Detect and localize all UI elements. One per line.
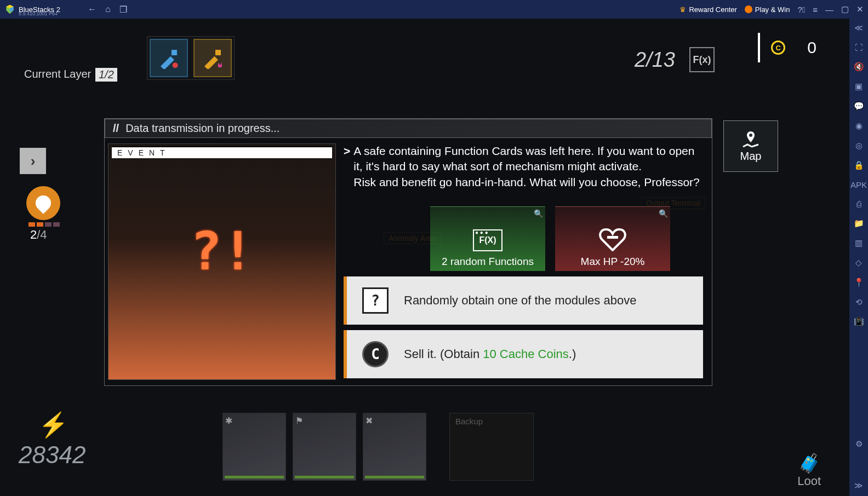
svg-rect-3 xyxy=(607,236,618,239)
reward-center-button[interactable]: ♛ Reward Center xyxy=(679,5,736,14)
zoom-icon[interactable]: 🔍 xyxy=(659,209,668,218)
choice-sell-label: Sell it. (Obtain 10 Cache Coins.) xyxy=(404,347,576,361)
tool-icons xyxy=(147,36,235,80)
collapse-icon[interactable]: ≪ xyxy=(854,23,863,33)
resource-pips xyxy=(28,222,60,227)
help-button[interactable]: ?⃝ xyxy=(797,5,805,14)
outcomes: 🔍 ● ● ● F(X) 2 random Functions 🔍 xyxy=(430,206,703,271)
loot-label: Loot xyxy=(797,474,821,488)
macro-icon[interactable]: ▥ xyxy=(855,238,863,248)
choice-random[interactable]: ? Randomly obtain one of the modules abo… xyxy=(344,276,703,325)
event-dialog: // Data transmission in progress... EVEN… xyxy=(104,118,712,386)
event-glyph: ?! xyxy=(190,221,254,282)
game-viewport: Current Layer 1/2 2/13 F(x) C 0 Anomaly … xyxy=(0,19,849,496)
play-win-label: Play & Win xyxy=(755,5,790,14)
dialog-header: // Data transmission in progress... xyxy=(105,119,712,138)
multi-icon[interactable]: ◇ xyxy=(855,258,862,268)
function-card-icon: ● ● ● F(X) xyxy=(473,229,502,251)
party: ✱ ⚑ ✖ xyxy=(222,413,426,481)
svg-point-1 xyxy=(173,62,178,68)
home-button[interactable]: ⌂ xyxy=(105,4,111,15)
dialog-header-text: Data transmission in progress... xyxy=(125,122,279,135)
location-icon[interactable]: 📍 xyxy=(854,278,864,287)
power-icon: ⚡ xyxy=(38,411,68,439)
briefcase-icon: 🧳 xyxy=(797,452,821,474)
event-image: EVENT ?! xyxy=(108,143,336,380)
tool-icon-2[interactable] xyxy=(193,39,232,77)
current-layer-label: Current Layer xyxy=(24,68,91,80)
outcome-good[interactable]: 🔍 ● ● ● F(X) 2 random Functions xyxy=(430,206,545,271)
unit-slot-3[interactable]: ✖ xyxy=(363,413,426,481)
unit-slot-1[interactable]: ✱ xyxy=(222,413,286,481)
ban-icon: ✖ xyxy=(366,416,373,426)
settings-icon[interactable]: ⚙ xyxy=(855,439,863,449)
tool-icon-1[interactable] xyxy=(150,39,188,77)
close-button[interactable]: ✕ xyxy=(856,4,864,14)
sync-icon[interactable]: ◎ xyxy=(855,141,863,151)
play-win-button[interactable]: Play & Win xyxy=(745,5,790,14)
maximize-button[interactable]: ▢ xyxy=(841,4,849,14)
crown-icon: ♛ xyxy=(679,5,686,14)
event-narrative: > A safe containing Function Cards was l… xyxy=(344,143,703,190)
dialog-right: > A safe containing Function Cards was l… xyxy=(344,143,712,380)
shake-icon[interactable]: 📳 xyxy=(854,317,864,327)
volume-icon[interactable]: 🔇 xyxy=(854,62,864,72)
heart-minus-icon xyxy=(598,228,627,251)
lock-icon[interactable]: 🔒 xyxy=(854,160,864,170)
bluestacks-topbar: BlueStacks 2 5.9.410.1001 P64 ← ⌂ ❐ ♛ Re… xyxy=(0,0,868,19)
star-icon: ✱ xyxy=(225,416,232,426)
flag-icon: ⚑ xyxy=(295,416,303,426)
bluestacks-right: ♛ Reward Center Play & Win ?⃝ ≡ — ▢ ✕ xyxy=(679,4,864,14)
svg-rect-0 xyxy=(172,50,177,55)
bluestacks-logo-icon xyxy=(4,4,15,15)
slashes-icon: // xyxy=(113,122,119,135)
chip-counter: 2/13 xyxy=(635,48,675,72)
expand-panel-button[interactable]: › xyxy=(20,148,46,174)
minimize-button[interactable]: — xyxy=(825,5,833,14)
backup-label: Backup xyxy=(455,417,483,426)
zoom-icon[interactable]: 🔍 xyxy=(534,209,543,218)
record-icon[interactable]: ◉ xyxy=(855,121,863,131)
fx-badge[interactable]: F(x) xyxy=(689,47,715,72)
choice-sell[interactable]: C Sell it. (Obtain 10 Cache Coins.) xyxy=(344,330,703,378)
outcome-bad-label: Max HP -20% xyxy=(581,256,645,268)
coin-hud: C 0 xyxy=(758,33,816,62)
outcome-good-label: 2 random Functions xyxy=(442,256,534,268)
keymap-icon[interactable]: ▣ xyxy=(855,82,863,91)
map-pin-icon xyxy=(741,130,761,148)
folder-icon[interactable]: 📁 xyxy=(854,218,864,228)
apk-icon[interactable]: APK xyxy=(850,180,867,189)
bluestacks-sidebar: ≪ ⛶ 🔇 ▣ 💬 ◉ ◎ 🔒 APK ⎙ 📁 ▥ ◇ 📍 ⟲ 📳 ⚙ ≫ xyxy=(849,19,868,496)
coin-icon: C xyxy=(362,341,389,367)
resource-badge[interactable] xyxy=(26,186,60,220)
chat-icon[interactable]: 💬 xyxy=(854,101,864,111)
map-button[interactable]: Map xyxy=(723,120,778,172)
choices: ? Randomly obtain one of the modules abo… xyxy=(344,276,703,378)
screenshot-icon[interactable]: ⎙ xyxy=(856,199,861,209)
question-icon: ? xyxy=(362,287,389,314)
coin-value: 0 xyxy=(807,38,816,57)
caret-icon: > xyxy=(344,143,350,190)
backup-slot[interactable]: Backup xyxy=(449,413,534,481)
dialog-body: EVENT ?! > A safe containing Function Ca… xyxy=(105,138,712,385)
outcome-bad[interactable]: 🔍 Max HP -20% xyxy=(555,206,670,271)
loot-button[interactable]: 🧳 Loot xyxy=(797,452,821,488)
drop-icon xyxy=(32,192,54,214)
back-button[interactable]: ← xyxy=(88,4,96,15)
rotate-icon[interactable]: ⟲ xyxy=(855,297,863,307)
menu-button[interactable]: ≡ xyxy=(813,5,818,14)
choice-random-label: Randomly obtain one of the modules above xyxy=(404,293,636,308)
current-layer-value: 1/2 xyxy=(95,68,117,82)
recents-button[interactable]: ❐ xyxy=(119,4,127,15)
hud-top: Current Layer 1/2 2/13 F(x) C 0 xyxy=(0,28,849,89)
bottom-hud: ⚡ 28342 ✱ ⚑ ✖ Backup 🧳 Loot xyxy=(0,414,849,496)
svg-point-4 xyxy=(749,134,752,137)
resource-count: 2/4 xyxy=(30,228,47,242)
expand-sidebar-button[interactable]: ≫ xyxy=(854,481,863,491)
svg-rect-2 xyxy=(215,50,221,55)
unit-slot-2[interactable]: ⚑ xyxy=(293,413,356,481)
coin-icon: C xyxy=(771,41,785,55)
reward-center-label: Reward Center xyxy=(689,5,736,14)
fullscreen-icon[interactable]: ⛶ xyxy=(855,43,863,52)
event-tag: EVENT xyxy=(112,146,332,158)
